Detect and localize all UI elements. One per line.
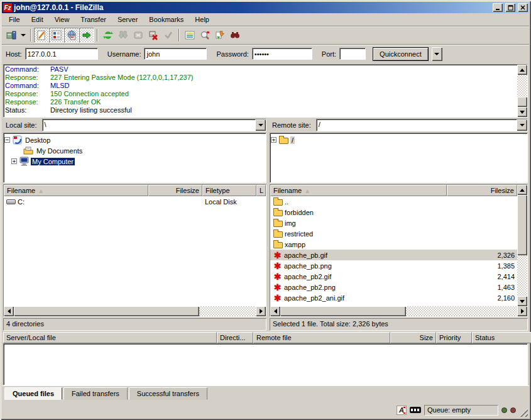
password-input[interactable] (252, 48, 312, 60)
tab-queued-files[interactable]: Queued files (4, 387, 62, 400)
file-row[interactable]: restricted (270, 228, 517, 239)
scroll-track[interactable] (199, 306, 256, 316)
combo-dropdown-button[interactable] (517, 119, 527, 131)
menu-edit[interactable]: Edit (26, 14, 49, 25)
column-last-modified[interactable]: L (256, 185, 266, 196)
host-input[interactable] (25, 48, 98, 60)
file-row[interactable]: ✱apache_pb2.png 1,463 (270, 282, 517, 292)
tab-failed-transfers[interactable]: Failed transfers (63, 387, 128, 400)
menu-transfer[interactable]: Transfer (75, 14, 112, 25)
tree-item-my-computer[interactable]: + My Computer (4, 156, 265, 167)
column-filesize[interactable]: Filesize (148, 185, 202, 196)
scroll-right-button[interactable] (517, 306, 527, 316)
menu-file[interactable]: File (3, 14, 26, 25)
scroll-track[interactable] (406, 306, 517, 316)
remote-site-value: / (317, 119, 517, 131)
column-remote-file[interactable]: Remote file (253, 332, 390, 343)
collapse-icon[interactable]: − (4, 137, 10, 143)
local-site-combobox[interactable]: \ (42, 119, 266, 131)
column-filename[interactable]: Filename▲ (4, 185, 148, 196)
cancel-icon (133, 30, 143, 40)
expand-icon[interactable]: + (11, 158, 17, 164)
log-scrollbar[interactable] (517, 65, 527, 117)
toggle-local-tree-button[interactable] (49, 28, 64, 43)
maximize-button[interactable] (505, 3, 515, 12)
scroll-left-button[interactable] (4, 306, 14, 316)
scroll-thumb[interactable] (14, 306, 199, 316)
scroll-thumb[interactable] (517, 97, 527, 107)
local-horizontal-scrollbar[interactable] (4, 306, 266, 316)
local-list-header: Filename▲ Filesize Filetype L (4, 185, 266, 196)
message-log: Command:PASV Response:227 Entering Passi… (3, 64, 528, 118)
refresh-button[interactable] (101, 28, 116, 43)
tree-item-label: My Computer (31, 158, 75, 165)
scroll-left-button[interactable] (270, 306, 280, 316)
combo-dropdown-button[interactable] (255, 119, 266, 131)
column-priority[interactable]: Priority (436, 332, 472, 343)
site-manager-button[interactable] (4, 28, 19, 43)
resize-grip[interactable] (519, 408, 528, 417)
file-row-selected[interactable]: ✱apache_pb.gif 2,326 (270, 250, 517, 260)
quickconnect-bar: Host: Username: Password: Port: Quickcon… (2, 44, 529, 63)
find-files-button[interactable] (227, 28, 243, 43)
file-row[interactable]: ✱apache_pb2_ani.gif 2,160 (270, 292, 517, 303)
activity-led-green (501, 407, 507, 413)
toggle-remote-tree-button[interactable] (64, 28, 79, 43)
scroll-up-button[interactable] (517, 65, 527, 75)
column-status[interactable]: Status (472, 332, 531, 343)
local-tree-icon (52, 30, 62, 40)
menu-bookmarks[interactable]: Bookmarks (143, 14, 189, 25)
column-filename[interactable]: Filename▲ (270, 185, 447, 196)
file-row[interactable]: xampp (270, 239, 517, 250)
column-size[interactable]: Size (390, 332, 436, 343)
menu-server[interactable]: Server (112, 14, 143, 25)
cancel-button[interactable] (131, 28, 146, 43)
toggle-message-log-button[interactable] (34, 28, 49, 43)
column-filetype[interactable]: Filetype (202, 185, 256, 196)
tree-item-desktop[interactable]: − Desktop (4, 135, 265, 145)
process-queue-button[interactable] (116, 28, 131, 43)
disconnect-button[interactable] (146, 28, 161, 43)
scroll-up-button[interactable] (517, 185, 527, 195)
site-manager-dropdown[interactable] (19, 28, 28, 42)
menu-view[interactable]: View (49, 14, 75, 25)
tree-item-my-documents[interactable]: My Documents (4, 145, 265, 156)
column-filesize[interactable]: Filesize (447, 185, 517, 196)
remote-vertical-scrollbar[interactable] (517, 185, 527, 306)
scroll-track[interactable] (517, 75, 527, 97)
chevron-down-icon (520, 124, 525, 126)
tab-successful-transfers[interactable]: Successful transfers (129, 387, 207, 400)
file-row-c-drive[interactable]: C: Local Disk (4, 196, 266, 207)
scroll-down-button[interactable] (517, 296, 527, 306)
username-input[interactable] (144, 48, 207, 60)
minimize-button[interactable] (493, 3, 503, 12)
quickconnect-button[interactable]: Quickconnect (373, 47, 429, 61)
file-row[interactable]: .. (270, 196, 517, 207)
window-title: john@127.0.0.1 - FileZilla (14, 3, 490, 12)
toggle-queue-button[interactable] (79, 28, 94, 43)
tree-item-root[interactable]: + / (271, 135, 527, 145)
file-row[interactable]: img (270, 218, 517, 228)
scroll-thumb[interactable] (280, 306, 406, 316)
menu-help[interactable]: Help (189, 14, 215, 25)
directory-comparison-button[interactable] (197, 28, 212, 43)
scroll-down-button[interactable] (517, 107, 527, 117)
remote-site-combobox[interactable]: / (316, 119, 528, 131)
username-label: Username: (107, 50, 141, 58)
reconnect-button[interactable] (161, 28, 176, 43)
close-button[interactable] (518, 3, 528, 12)
column-server-local-file[interactable]: Server/Local file (3, 332, 217, 343)
synchronized-browsing-button[interactable] (212, 28, 227, 43)
scroll-track[interactable] (517, 255, 527, 296)
quickconnect-dropdown[interactable] (432, 47, 442, 61)
column-direction[interactable]: Directi... (217, 332, 253, 343)
file-row[interactable]: ✱apache_pb.png 1,385 (270, 260, 517, 271)
expand-icon[interactable]: + (271, 137, 276, 143)
scroll-right-button[interactable] (256, 306, 266, 316)
file-row[interactable]: forbidden (270, 207, 517, 218)
remote-horizontal-scrollbar[interactable] (270, 306, 527, 316)
scroll-thumb[interactable] (517, 195, 527, 255)
filter-button[interactable] (182, 28, 197, 43)
port-input[interactable] (339, 48, 366, 60)
file-row[interactable]: ✱apache_pb2.gif 2,414 (270, 271, 517, 282)
